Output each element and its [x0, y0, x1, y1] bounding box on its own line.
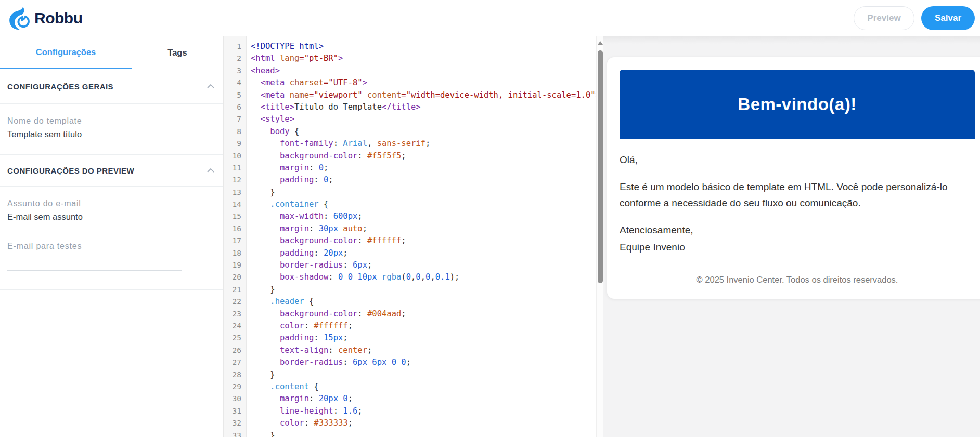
code-line[interactable]: 18 padding: 20px;: [224, 247, 596, 259]
code-line[interactable]: 32 color: #333333;: [224, 417, 596, 429]
section-general-settings[interactable]: CONFIGURAÇÕES GERAIS: [0, 69, 223, 103]
code-line[interactable]: 25 padding: 15px;: [224, 332, 596, 344]
code-line[interactable]: 31 line-height: 1.6;: [224, 405, 596, 417]
section-title: CONFIGURAÇÕES GERAIS: [7, 82, 113, 91]
code-text: color: #333333;: [247, 417, 353, 429]
code-line[interactable]: 10 background-color: #f5f5f5;: [224, 150, 596, 162]
line-number: 1: [224, 41, 247, 52]
top-bar: Robbu Preview Salvar: [0, 0, 980, 36]
line-number: 8: [224, 126, 247, 138]
code-line[interactable]: 21 }: [224, 284, 596, 296]
code-line[interactable]: 3<head>: [224, 65, 596, 77]
code-line[interactable]: 27 border-radius: 6px 6px 0 0;: [224, 356, 596, 368]
section-title: CONFIGURAÇÕES DO PREVIEW: [7, 166, 134, 175]
field-template-name: Nome do template: [0, 116, 223, 145]
field-label: Nome do template: [7, 116, 216, 126]
code-line[interactable]: 2<html lang="pt-BR">: [224, 52, 596, 64]
code-text: max-width: 600px;: [247, 210, 363, 222]
email-header-title: Bem-vindo(a)!: [738, 95, 856, 114]
line-number: 26: [224, 345, 247, 356]
code-editor[interactable]: 1<!DOCTYPE html>2<html lang="pt-BR">3<he…: [224, 36, 596, 437]
test-email-input[interactable]: [7, 251, 182, 271]
code-line[interactable]: 20 box-shadow: 0 0 10px rgba(0,0,0,0.1);: [224, 271, 596, 283]
code-line[interactable]: 16 margin: 30px auto;: [224, 223, 596, 235]
code-text: border-radius: 6px;: [247, 259, 372, 271]
code-text: .container {: [247, 198, 328, 210]
code-text: margin: 20px 0;: [247, 393, 353, 405]
code-line[interactable]: 5 <meta name="viewport" content="width=d…: [224, 89, 596, 101]
code-text: }: [247, 430, 275, 437]
code-text: padding: 15px;: [247, 332, 348, 344]
line-number: 15: [224, 210, 247, 222]
line-number: 6: [224, 101, 247, 113]
code-line[interactable]: 7 <style>: [224, 113, 596, 125]
scrollbar-up-arrow-icon[interactable]: [598, 41, 603, 45]
line-number: 25: [224, 332, 247, 344]
email-preview-card: Bem-vindo(a)! Olá, Este é um modelo bási…: [607, 57, 980, 299]
code-line[interactable]: 4 <meta charset="UTF-8">: [224, 77, 596, 89]
email-footer-divider: [620, 270, 975, 270]
code-line[interactable]: 28 }: [224, 369, 596, 381]
line-number: 27: [224, 356, 247, 368]
section-preview-settings[interactable]: CONFIGURAÇÕES DO PREVIEW: [0, 155, 223, 186]
field-label: E-mail para testes: [7, 242, 216, 251]
code-line[interactable]: 22 .header {: [224, 296, 596, 308]
code-line[interactable]: 24 color: #ffffff;: [224, 320, 596, 332]
code-text: <head>: [247, 65, 280, 77]
line-number: 2: [224, 52, 247, 64]
app-root: Robbu Preview Salvar Configurações Tags …: [0, 0, 980, 437]
code-text: font-family: Arial, sans-serif;: [247, 138, 430, 150]
tab-tags[interactable]: Tags: [132, 36, 223, 69]
code-line[interactable]: 14 .container {: [224, 198, 596, 210]
chevron-up-icon[interactable]: [207, 166, 215, 175]
code-line[interactable]: 23 background-color: #004aad;: [224, 308, 596, 320]
code-text: color: #ffffff;: [247, 320, 353, 332]
code-line[interactable]: 13 }: [224, 187, 596, 198]
code-text: <title>Título do Template</title>: [247, 101, 421, 113]
code-line[interactable]: 33 }: [224, 430, 596, 437]
scrollbar-thumb[interactable]: [598, 50, 603, 283]
code-line[interactable]: 29 .content {: [224, 381, 596, 393]
tab-configuracoes[interactable]: Configurações: [0, 36, 132, 69]
brand: Robbu: [0, 6, 82, 31]
code-line[interactable]: 15 max-width: 600px;: [224, 210, 596, 222]
line-number: 31: [224, 405, 247, 417]
line-number: 7: [224, 113, 247, 125]
line-number: 3: [224, 65, 247, 77]
code-line[interactable]: 11 margin: 0;: [224, 162, 596, 174]
code-line[interactable]: 9 font-family: Arial, sans-serif;: [224, 138, 596, 150]
code-text: border-radius: 6px 6px 0 0;: [247, 356, 411, 368]
preview-button[interactable]: Preview: [854, 6, 914, 30]
email-body-text: Este é um modelo básico de template em H…: [620, 179, 975, 211]
line-number: 29: [224, 381, 247, 393]
line-number: 14: [224, 198, 247, 210]
email-signoff: Atenciosamente,: [620, 222, 975, 239]
code-line[interactable]: 30 margin: 20px 0;: [224, 393, 596, 405]
editor-scrollbar[interactable]: [596, 36, 603, 437]
line-number: 18: [224, 247, 247, 259]
robbu-logo-icon: [7, 6, 30, 31]
divider: [0, 289, 223, 290]
code-line[interactable]: 17 background-color: #ffffff;: [224, 235, 596, 247]
code-text: padding: 20px;: [247, 247, 348, 259]
line-number: 12: [224, 174, 247, 186]
line-number: 33: [224, 430, 247, 437]
template-name-input[interactable]: [7, 126, 182, 145]
line-number: 23: [224, 308, 247, 320]
email-header-banner: Bem-vindo(a)!: [620, 70, 975, 139]
code-line[interactable]: 26 text-align: center;: [224, 345, 596, 356]
save-button[interactable]: Salvar: [921, 6, 975, 30]
code-text: text-align: center;: [247, 345, 372, 356]
line-number: 30: [224, 393, 247, 405]
code-line[interactable]: 19 border-radius: 6px;: [224, 259, 596, 271]
code-lines: 1<!DOCTYPE html>2<html lang="pt-BR">3<he…: [224, 36, 596, 437]
code-line[interactable]: 8 body {: [224, 126, 596, 138]
divider: [0, 103, 223, 104]
line-number: 21: [224, 284, 247, 296]
code-line[interactable]: 6 <title>Título do Template</title>: [224, 101, 596, 113]
line-number: 4: [224, 77, 247, 89]
chevron-up-icon[interactable]: [207, 82, 215, 91]
code-line[interactable]: 12 padding: 0;: [224, 174, 596, 186]
email-subject-input[interactable]: [7, 208, 182, 228]
code-line[interactable]: 1<!DOCTYPE html>: [224, 41, 596, 52]
